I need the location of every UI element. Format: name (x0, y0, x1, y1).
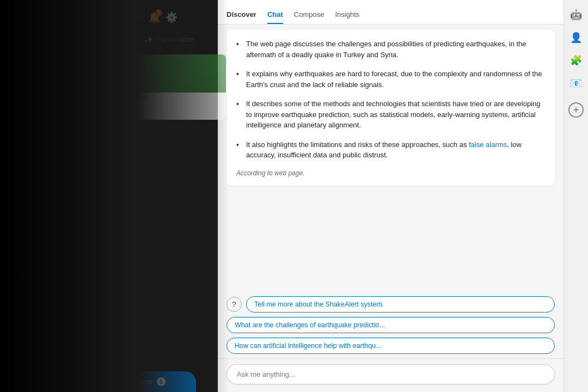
bullet-item-1: The web page discusses the challenges an… (236, 39, 545, 60)
discover-title: Discover (226, 10, 256, 24)
sidebar-panel: 🤖 👤 🧩 📧 + Discover Chat Compose Insights… (218, 0, 588, 392)
ad-card: ▶ ▶ Choices (125, 54, 226, 120)
header-tabs: Discover Chat Compose Insights (218, 0, 564, 24)
summary-box: The web page discusses the challenges an… (226, 30, 555, 186)
filter-icon: ⚡ (131, 11, 143, 23)
comments-label: comments (122, 378, 152, 385)
chat-content: The web page discusses the challenges an… (218, 24, 564, 292)
input-area (218, 358, 564, 392)
right-icon-bar: 🤖 👤 🧩 📧 + (564, 0, 588, 392)
extension-icon[interactable]: 🧩 (567, 51, 585, 70)
bullet-item-3: It describes some of the methods and tec… (236, 99, 545, 131)
ask-input[interactable] (226, 364, 555, 384)
settings-icon[interactable]: ⚙️ (166, 11, 177, 23)
notification-icon[interactable]: 🔔 1 (148, 11, 160, 23)
personalize-label: Personalize (156, 35, 193, 44)
bullet-item-2: It explains why earthquakes are hard to … (236, 69, 545, 90)
bullet-list: The web page discusses the challenges an… (236, 39, 545, 161)
outlook-icon[interactable]: 📧 (567, 74, 585, 93)
question-icon-1: ? (226, 297, 242, 312)
tab-compose[interactable]: Compose (294, 10, 324, 24)
suggestions-area: ? Tell me more about the ShakeAlert syst… (218, 292, 564, 358)
suggestion-row-2: What are the challenges of earthquake pr… (226, 317, 555, 333)
chat-area: Discover Chat Compose Insights The web p… (218, 0, 564, 392)
comments-bar[interactable]: 💬 comments 1 (76, 371, 196, 392)
tab-insights[interactable]: Insights (335, 10, 359, 24)
false-alarms-link[interactable]: false alarms (469, 140, 507, 149)
suggestion-button-3[interactable]: How can artificial intelligence help wit… (226, 338, 555, 354)
copilot-icon[interactable]: 🤖 (567, 5, 585, 24)
suggestion-row-1: ? Tell me more about the ShakeAlert syst… (226, 296, 555, 313)
percent-text: 11% (106, 12, 125, 23)
suggestion-row-3: How can artificial intelligence help wit… (226, 338, 555, 354)
personalize-icon: ✨ (144, 35, 153, 44)
ad-badge: ▶ ▶ (127, 57, 137, 62)
browser-chrome: 🔍 11% ⚡ 🔔 1 ⚙️ (76, 0, 229, 33)
personalize-area: ✨ Personalize (144, 35, 193, 44)
user-profile-icon[interactable]: 👤 (567, 28, 585, 47)
ad-label: Choices (125, 93, 226, 103)
search-circle-icon[interactable]: 🔍 (82, 8, 100, 27)
notification-badge: 1 (155, 9, 162, 16)
tab-chat[interactable]: Chat (267, 10, 283, 24)
bullet-item-4: It also highlights the limitations and r… (236, 139, 545, 161)
attribution-text: According to web page. (236, 169, 545, 177)
ad-bg (125, 54, 226, 93)
suggestion-button-1[interactable]: Tell me more about the ShakeAlert system… (246, 296, 555, 313)
add-icon[interactable]: + (568, 102, 584, 118)
comment-count-badge: 1 (157, 377, 166, 386)
comment-icon: 💬 (107, 377, 118, 387)
suggestion-button-2[interactable]: What are the challenges of earthquake pr… (226, 317, 555, 333)
personalize-button[interactable]: ✨ Personalize (144, 35, 193, 44)
